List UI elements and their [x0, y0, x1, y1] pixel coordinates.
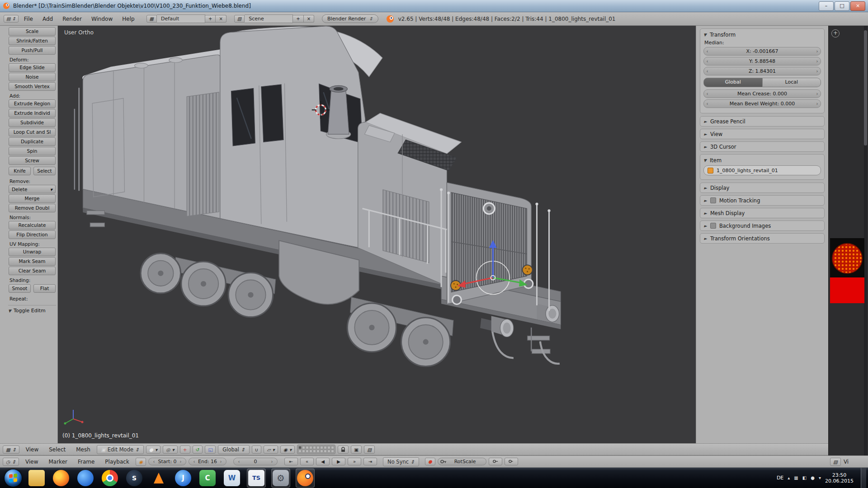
layers-widget[interactable] [297, 445, 335, 454]
decrement-arrow-icon[interactable]: ‹ [236, 459, 242, 464]
background-images-checkbox[interactable] [710, 223, 716, 229]
remove-layout-button[interactable]: × [216, 15, 226, 23]
browse-scene-icon[interactable]: ▧ [234, 15, 245, 23]
menu-view[interactable]: View [22, 445, 42, 454]
motion-tracking-panel[interactable]: ► Motion Tracking [700, 195, 825, 206]
3d-cursor-panel[interactable]: ► 3D Cursor [700, 141, 825, 152]
menu-marker[interactable]: Marker [44, 457, 71, 466]
menu-mesh[interactable]: Mesh [72, 445, 94, 454]
median-z-field[interactable]: ‹ Z: 1.84301 › [703, 67, 821, 75]
tool-scale[interactable]: Scale [9, 27, 56, 36]
increment-arrow-icon[interactable]: › [269, 459, 275, 464]
increment-arrow-icon[interactable]: › [218, 459, 224, 464]
tool-subdivide[interactable]: Subdivide [9, 118, 56, 127]
tool-shade-smooth[interactable]: Smoot [9, 284, 31, 293]
pivot-point-dropdown[interactable]: ◎ ▾ [163, 446, 177, 454]
taskbar-writer-app[interactable]: W [222, 469, 241, 488]
menu-playback[interactable]: Playback [101, 457, 133, 466]
menu-window[interactable]: Window [87, 14, 117, 23]
tool-shade-flat[interactable]: Flat [33, 284, 56, 293]
tool-flip-direction[interactable]: Flip Direction [9, 230, 56, 239]
tool-shrink-fatten[interactable]: Shrink/Fatten [9, 37, 56, 45]
decrement-arrow-icon[interactable]: ‹ [704, 69, 711, 74]
menu-help[interactable]: Help [118, 14, 138, 23]
manipulator-translate-button[interactable]: + [180, 446, 190, 454]
decrement-arrow-icon[interactable]: ‹ [704, 101, 711, 106]
frame-start-field[interactable]: ‹ Start: 0 › [148, 458, 186, 465]
mode-dropdown[interactable]: ▣ Edit Mode ⇕ [97, 445, 144, 454]
mean-crease-field[interactable]: ‹ Mean Crease: 0.000 › [703, 89, 821, 98]
monitor-tray-icon[interactable]: ▦ [794, 475, 798, 480]
tool-duplicate[interactable]: Duplicate [9, 137, 56, 146]
preview-range-button[interactable]: ◉ [136, 458, 146, 466]
frame-end-field[interactable]: ‹ End: 16 › [189, 458, 226, 465]
view-panel[interactable]: ► View [700, 129, 825, 139]
play-reverse-button[interactable]: ◀ [316, 458, 330, 465]
delete-keyframe-button[interactable] [505, 458, 518, 465]
expanded-icon[interactable]: ▼ [703, 158, 707, 163]
play-button[interactable]: ▶ [332, 458, 345, 465]
median-x-field[interactable]: ‹ X: -0.001667 › [703, 47, 821, 56]
snap-element-dropdown[interactable]: ▱ ▾ [264, 446, 278, 454]
taskbar-green-app[interactable]: C [198, 469, 217, 488]
tool-extrude-region[interactable]: Extrude Region [9, 99, 56, 108]
display-panel[interactable]: ► Display [700, 183, 825, 193]
3d-viewport-canvas[interactable] [58, 26, 696, 443]
local-toggle-button[interactable]: Local [763, 78, 821, 87]
tray-expander-icon[interactable]: ▴ [788, 475, 790, 480]
jump-to-end-button[interactable]: ⇥ [363, 458, 377, 465]
decrement-arrow-icon[interactable]: ‹ [704, 91, 711, 96]
increment-arrow-icon[interactable]: › [178, 459, 184, 464]
mean-bevel-field[interactable]: ‹ Mean Bevel Weight: 0.000 › [703, 99, 821, 108]
editor-type-button[interactable]: ▧ [830, 458, 841, 466]
menu-file[interactable]: File [20, 14, 37, 23]
snap-toggle-button[interactable]: ∪ [252, 446, 262, 454]
menu-frame[interactable]: Frame [74, 457, 99, 466]
action-center-tray-icon[interactable]: ▾ [819, 475, 821, 480]
keying-set-field[interactable]: RotScale [438, 458, 486, 465]
jump-to-start-button[interactable]: ⇤ [284, 458, 298, 465]
taskbar-train-simulator[interactable]: TS [247, 469, 266, 488]
tool-smooth-vertex[interactable]: Smooth Vertex [9, 82, 56, 91]
record-button[interactable]: ● [425, 458, 435, 465]
median-y-field[interactable]: ‹ Y: 5.88548 › [703, 57, 821, 66]
tool-screw[interactable]: Screw [9, 156, 56, 165]
item-name-field[interactable]: 1_0800_lights_revtail_01 [703, 165, 821, 175]
taskbar-firefox[interactable] [52, 469, 71, 488]
tool-mark-seam[interactable]: Mark Seam [9, 257, 56, 266]
viewport-shading-dropdown[interactable]: ● ▾ [146, 446, 160, 454]
tool-edge-slide[interactable]: Edge Slide [9, 63, 56, 72]
background-images-panel[interactable]: ► Background Images [700, 221, 825, 231]
add-layout-button[interactable]: + [205, 15, 216, 23]
menu-render[interactable]: Render [58, 14, 86, 23]
lock-camera-button[interactable] [338, 446, 349, 454]
taskbar-java-app[interactable]: J [174, 469, 193, 488]
network-tray-icon[interactable]: ● [811, 475, 815, 480]
limit-selection-button[interactable]: ▣ [351, 446, 362, 454]
taskbar-explorer[interactable] [27, 469, 46, 488]
taskbar-chrome[interactable] [100, 469, 119, 488]
tool-recalculate-normals[interactable]: Recalculate [9, 221, 56, 230]
maximize-button[interactable]: □ [835, 1, 849, 11]
show-desktop-button[interactable] [861, 468, 866, 488]
tool-loop-cut[interactable]: Loop Cut and Sl [9, 128, 56, 136]
image-editor-scrollbar-thumb[interactable] [864, 30, 867, 145]
language-indicator[interactable]: DE [777, 475, 783, 481]
editor-type-button[interactable]: ▤ ⇕ [4, 15, 19, 23]
taskbar-thunderbird[interactable] [76, 469, 95, 488]
tool-delete-dropdown[interactable]: Delete ▾ [9, 185, 56, 193]
close-button[interactable]: × [850, 1, 865, 11]
tool-knife[interactable]: Knife [9, 167, 31, 175]
menu-view[interactable]: View [21, 457, 42, 466]
expand-region-button[interactable]: + [831, 29, 840, 38]
decrement-arrow-icon[interactable]: ‹ [151, 459, 157, 464]
menu-view-partial[interactable]: Vi [843, 457, 849, 466]
global-toggle-button[interactable]: Global [703, 78, 763, 87]
increment-arrow-icon[interactable]: › [814, 101, 821, 106]
scene-value[interactable]: Scene [245, 14, 293, 23]
decrement-arrow-icon[interactable]: ‹ [704, 49, 711, 54]
current-frame-field[interactable]: ‹ 0 › [233, 458, 278, 465]
tool-remove-doubles[interactable]: Remove Doubl [9, 204, 56, 212]
add-scene-button[interactable]: + [293, 15, 303, 23]
taskbar-blender[interactable] [296, 469, 315, 488]
